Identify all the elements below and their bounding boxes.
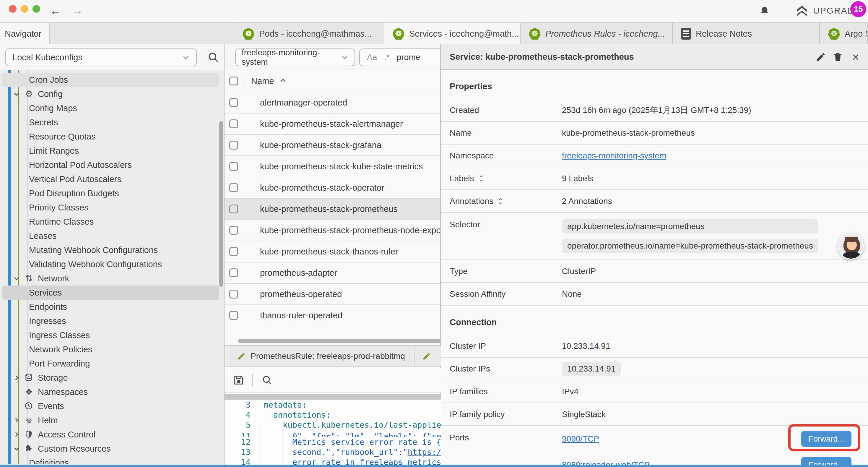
sidebar-item-mutating-webhook-configurations[interactable]: Mutating Webhook Configurations [0, 243, 224, 257]
forward-button-wrap: Forward... [801, 452, 851, 465]
sidebar-item-cron-jobs[interactable]: Cron Jobs [0, 73, 224, 87]
chevron-right-icon[interactable] [13, 374, 20, 381]
kubeconfig-dropdown[interactable]: Local Kubeconfigs [5, 49, 197, 66]
table-row[interactable]: thanos-ruler-operated [224, 305, 440, 326]
row-checkbox[interactable] [229, 162, 238, 171]
delete-icon[interactable] [833, 52, 843, 62]
tab-pods[interactable]: ☸Pods - icecheng@mathmas... [234, 23, 384, 44]
sidebar-item-namespaces[interactable]: ❖Namespaces [0, 385, 224, 399]
edit-icon[interactable] [815, 52, 826, 62]
row-checkbox[interactable] [229, 226, 238, 235]
tab-services[interactable]: ☸Services - icecheng@math...× [384, 23, 521, 44]
sidebar-item-network[interactable]: ⇅Network [0, 271, 224, 286]
sidebar-item-ingress-classes[interactable]: Ingress Classes [0, 328, 224, 342]
horizontal-scrollbar[interactable] [238, 339, 441, 343]
match-case-toggle[interactable]: Aa [367, 53, 377, 62]
maximize-window-button[interactable] [32, 5, 40, 13]
save-icon[interactable] [233, 374, 245, 386]
row-checkbox[interactable] [229, 268, 238, 277]
row-checkbox[interactable] [229, 183, 238, 192]
port-link[interactable]: 8080:reloader-web/TCP [562, 460, 650, 465]
back-button[interactable]: ← [50, 4, 61, 17]
sidebar-item-runtime-classes[interactable]: Runtime Classes [0, 214, 224, 229]
chevron-down-icon[interactable] [13, 90, 20, 97]
notifications-bell-icon[interactable] [759, 5, 771, 17]
namespace-dropdown[interactable]: freeleaps-monitoring-system [235, 49, 355, 66]
sidebar-item-custom-resources[interactable]: Custom Resources [0, 442, 224, 456]
forward-button[interactable]: Forward... [801, 457, 851, 465]
table-row[interactable]: kube-prometheus-stack-kube-state-metrics [224, 156, 440, 177]
line-number: 14 [224, 458, 251, 465]
sidebar-item-limit-ranges[interactable]: Limit Ranges [0, 144, 224, 158]
sort-ascending-icon[interactable] [279, 77, 287, 85]
regex-toggle[interactable]: .* [384, 53, 390, 62]
search-query-text[interactable]: prome [397, 53, 420, 62]
editor-tab-next[interactable] [414, 346, 441, 367]
runbook-url-link[interactable]: https://net [408, 447, 441, 457]
port-link[interactable]: 9090/TCP [562, 434, 599, 444]
chevron-right-icon[interactable] [13, 417, 20, 424]
editor-tab-prometheusrule[interactable]: PrometheusRule: freeleaps-prod-rabbitmq [229, 346, 413, 367]
close-panel-icon[interactable]: × [850, 52, 861, 62]
namespace-link[interactable]: freeleaps-monitoring-system [562, 151, 666, 160]
table-row[interactable]: kube-prometheus-stack-alertmanager [224, 114, 440, 135]
user-avatar[interactable] [838, 233, 864, 260]
tab-prometheus[interactable]: ☸Prometheus Rules - icecheng... [521, 23, 673, 44]
tab-release-notes[interactable]: Release Notes [673, 23, 820, 44]
sidebar-item-definitions[interactable]: Definitions [0, 456, 224, 464]
sort-toggle-icon[interactable] [478, 174, 484, 183]
editor-search-icon[interactable] [261, 374, 273, 386]
sidebar-item-access-control[interactable]: Access Control [0, 428, 224, 442]
sidebar-item-vertical-pod-autoscalers[interactable]: Vertical Pod Autoscalers [0, 172, 224, 186]
row-content: Ingress Classes [0, 330, 90, 340]
row-checkbox[interactable] [229, 119, 238, 128]
sidebar-item-config[interactable]: ⚙Config [0, 87, 224, 101]
row-checkbox[interactable] [229, 141, 238, 150]
select-all-checkbox[interactable] [229, 77, 238, 85]
editor-scroll-strip[interactable] [224, 394, 441, 400]
sidebar-item-network-policies[interactable]: Network Policies [0, 342, 224, 356]
sidebar-item-endpoints[interactable]: Endpoints [0, 300, 224, 314]
sidebar-item-validating-webhook-configurations[interactable]: Validating Webhook Configurations [0, 257, 224, 271]
name-column-header[interactable]: Name [251, 76, 274, 86]
sidebar-item-resource-quotas[interactable]: Resource Quotas [0, 129, 224, 144]
table-row[interactable]: kube-prometheus-stack-grafana [224, 135, 440, 156]
row-checkbox[interactable] [229, 290, 238, 298]
close-window-button[interactable] [9, 5, 17, 13]
row-checkbox[interactable] [229, 311, 238, 320]
sidebar-item-port-forwarding[interactable]: Port Forwarding [0, 356, 224, 371]
row-checkbox[interactable] [229, 205, 238, 213]
sidebar-item-ingresses[interactable]: Ingresses [0, 314, 224, 328]
sidebar-item-priority-classes[interactable]: Priority Classes [0, 200, 224, 214]
sidebar-item-pod-disruption-budgets[interactable]: Pod Disruption Budgets [0, 186, 224, 200]
tab-argo[interactable]: ☸Argo Se [820, 23, 868, 44]
table-row[interactable]: kube-prometheus-stack-prometheus-node-ex… [224, 220, 440, 241]
chevron-down-icon[interactable] [13, 275, 20, 282]
sidebar-search-icon[interactable] [207, 51, 220, 64]
chevron-down-icon[interactable] [13, 445, 20, 452]
sidebar-item-secrets[interactable]: Secrets [0, 115, 224, 129]
sidebar-item-leases[interactable]: Leases [0, 229, 224, 243]
row-checkbox[interactable] [229, 247, 238, 256]
table-row[interactable]: prometheus-operated [224, 284, 440, 305]
sidebar-scrollbar[interactable] [219, 121, 223, 287]
table-row[interactable]: kube-prometheus-stack-prometheus [224, 199, 440, 220]
minimize-window-button[interactable] [21, 5, 28, 13]
table-row[interactable]: kube-prometheus-stack-thanos-ruler [224, 241, 440, 262]
sidebar-item-services[interactable]: Services [0, 286, 224, 300]
sidebar-item-horizontal-pod-autoscalers[interactable]: Horizontal Pod Autoscalers [0, 158, 224, 172]
table-row[interactable]: kube-prometheus-stack-operator [224, 177, 440, 199]
row-checkbox[interactable] [229, 98, 238, 107]
navigator-tab[interactable]: Navigator [0, 23, 50, 44]
sidebar-item-storage[interactable]: Storage [0, 371, 224, 385]
sidebar-item-helm[interactable]: ⎈Helm [0, 413, 224, 428]
chevron-right-icon[interactable] [13, 431, 20, 438]
notification-count-badge[interactable]: 15 [850, 1, 866, 17]
table-row[interactable]: prometheus-adapter [224, 262, 440, 284]
table-row[interactable]: alertmanager-operated [224, 92, 440, 114]
filter-search-box[interactable]: Aa .* prome [359, 49, 440, 66]
sidebar-item-config-maps[interactable]: Config Maps [0, 101, 224, 115]
sidebar-item-events[interactable]: Events [0, 399, 224, 413]
yaml-editor[interactable]: 3metadata:4 annotations:5 kubectl.kubern… [224, 400, 441, 465]
sort-toggle-icon[interactable] [498, 197, 503, 206]
